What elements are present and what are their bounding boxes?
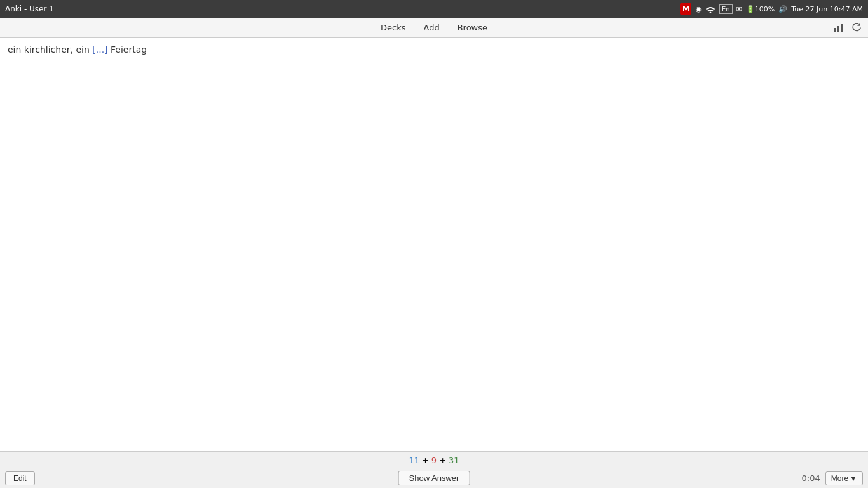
buttons-center: Show Answer xyxy=(398,471,470,485)
edit-button[interactable]: Edit xyxy=(5,471,35,485)
separator1: + xyxy=(422,456,429,465)
menu-browse[interactable]: Browse xyxy=(454,22,491,34)
card-text-before: ein kirchlicher, ein xyxy=(8,44,92,55)
datetime-display: Tue 27 Jun 10:47 AM xyxy=(791,5,863,13)
svg-rect-0 xyxy=(834,28,836,32)
learn-count: 9 xyxy=(431,456,437,465)
separator2: + xyxy=(439,456,446,465)
menu-add[interactable]: Add xyxy=(419,22,443,34)
more-button[interactable]: More ▼ xyxy=(825,471,863,485)
sync-icon[interactable] xyxy=(850,22,863,34)
card-content: ein kirchlicher, ein [...] Feiertag xyxy=(0,38,868,451)
review-count: 31 xyxy=(449,456,459,465)
timer-display: 0:04 xyxy=(802,473,820,483)
titlebar-left: Anki - User 1 xyxy=(5,4,54,13)
wifi-icon xyxy=(705,5,715,13)
more-arrow-icon: ▼ xyxy=(850,474,857,483)
menu-decks[interactable]: Decks xyxy=(377,22,409,34)
statusbar: 11 + 9 + 31 Edit Show Answer 0:04 More ▼ xyxy=(0,451,868,488)
podcast-icon: ◉ xyxy=(695,5,702,13)
volume-icon: 🔊 xyxy=(778,5,787,13)
menubar-center: Decks Add Browse xyxy=(377,22,491,34)
buttons-row: Edit Show Answer 0:04 More ▼ xyxy=(0,468,868,488)
new-count: 11 xyxy=(409,456,419,465)
menubar-right xyxy=(832,22,863,34)
svg-rect-2 xyxy=(841,24,843,32)
cloze-blank: [...] xyxy=(92,44,107,55)
language-badge: En xyxy=(719,4,733,14)
menubar: Decks Add Browse xyxy=(0,18,868,38)
counts-row: 11 + 9 + 31 xyxy=(0,452,868,468)
card-question: ein kirchlicher, ein [...] Feiertag xyxy=(8,43,860,57)
stats-icon[interactable] xyxy=(832,22,845,34)
battery-icon: 🔋 100% xyxy=(746,5,775,13)
more-label: More xyxy=(831,474,848,483)
titlebar: Anki - User 1 M ◉ En ✉ 🔋 100% 🔊 Tue 27 J… xyxy=(0,0,868,18)
card-text-after: Feiertag xyxy=(108,44,147,55)
mail-icon: ✉ xyxy=(736,5,742,13)
show-answer-button[interactable]: Show Answer xyxy=(398,471,470,485)
app-title: Anki - User 1 xyxy=(5,4,54,13)
right-controls: 0:04 More ▼ xyxy=(802,471,863,485)
svg-rect-1 xyxy=(837,26,839,32)
titlebar-right: M ◉ En ✉ 🔋 100% 🔊 Tue 27 Jun 10:47 AM xyxy=(680,3,863,15)
m-tray-icon: M xyxy=(680,3,691,15)
